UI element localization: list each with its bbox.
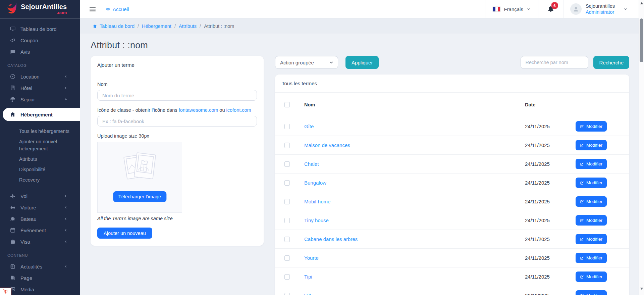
sidebar-item-label: Avis xyxy=(20,49,73,55)
apply-button[interactable]: Appliquer xyxy=(345,56,379,69)
sidebar-subitem-ajouter-un-nouvel-hebergement[interactable]: Ajouter un nouvel hébergement xyxy=(19,138,75,152)
sidebar-item-label: Actualités xyxy=(20,264,62,269)
notifications-button[interactable]: 6 xyxy=(538,0,563,18)
hamburger-menu-icon[interactable] xyxy=(89,5,96,13)
search-input[interactable] xyxy=(521,56,588,69)
row-checkbox[interactable] xyxy=(284,180,290,186)
sidebar-item-hotel[interactable]: Hôtel xyxy=(0,82,80,94)
breadcrumb-attributs[interactable]: Attributs xyxy=(179,23,197,29)
term-name-link[interactable]: Gîte xyxy=(304,124,525,129)
sidebar-item-vol[interactable]: Vol xyxy=(0,190,80,202)
brand-bird-icon xyxy=(7,2,19,16)
term-date: 24/11/2025 xyxy=(525,217,576,223)
brand-logo[interactable]: SejourAntilles .com xyxy=(0,0,80,18)
sidebar-item-label: Séjour xyxy=(20,97,62,102)
language-selector[interactable]: Français xyxy=(485,0,538,18)
vertical-scrollbar[interactable] xyxy=(639,0,644,295)
row-checkbox[interactable] xyxy=(284,218,290,223)
car-icon xyxy=(9,204,16,210)
row-checkbox[interactable] xyxy=(284,237,290,242)
sidebar-subitem-tous-les-hebergements[interactable]: Tous les hébergements xyxy=(19,128,75,135)
sidebar-item-label: Tableau de bord xyxy=(20,26,73,32)
sidebar-item-coupon[interactable]: Coupon xyxy=(0,35,80,46)
sidebar-item-page[interactable]: Page xyxy=(0,272,80,284)
edit-term-button[interactable]: Modifier xyxy=(576,159,607,169)
search-button[interactable]: Recherche xyxy=(593,56,629,69)
brand-text: SejourAntilles .com xyxy=(21,3,67,15)
term-name-link[interactable]: Tipi xyxy=(304,274,525,280)
edit-term-button[interactable]: Modifier xyxy=(576,234,607,244)
image-upload-box[interactable]: Télécharger l’image xyxy=(97,142,182,213)
edit-term-button[interactable]: Modifier xyxy=(576,290,607,295)
sidebar-item-sejour[interactable]: Séjour xyxy=(0,94,80,105)
sidebar-item-avis[interactable]: Avis xyxy=(0,46,80,57)
bulk-action-select[interactable]: Action groupée xyxy=(275,56,338,69)
row-checkbox[interactable] xyxy=(284,293,290,295)
breadcrumb-hebergement[interactable]: Hébergement xyxy=(142,23,171,29)
sidebar-item-actualites[interactable]: Actualités xyxy=(0,261,80,272)
sidebar-item-bateau[interactable]: Bateau xyxy=(0,213,80,225)
add-new-button[interactable]: Ajouter un nouveau xyxy=(97,228,152,239)
term-name-link[interactable]: Tiny house xyxy=(304,217,525,223)
term-name-link[interactable]: Maison de vacances xyxy=(304,142,525,148)
edit-term-button[interactable]: Modifier xyxy=(576,121,607,132)
edit-term-button[interactable]: Modifier xyxy=(576,196,607,207)
sidebar-item-media[interactable]: Media xyxy=(0,284,80,295)
term-date: 24/11/2025 xyxy=(525,180,576,186)
sidebar-item-evenement[interactable]: Événement xyxy=(0,225,80,236)
scrollbar-thumb[interactable] xyxy=(640,18,643,62)
term-name-link[interactable]: Villa xyxy=(304,293,525,295)
sidebar-item-location[interactable]: Location xyxy=(0,71,80,82)
ship-icon xyxy=(9,216,16,222)
term-name-link[interactable]: Chalet xyxy=(304,161,525,167)
select-all-checkbox[interactable] xyxy=(284,102,290,107)
term-name-link[interactable]: Bungalow xyxy=(304,180,525,186)
breadcrumb: Tableau de bord / Hébergement / Attribut… xyxy=(93,23,234,29)
edit-button-label: Modifier xyxy=(586,255,602,260)
fontawesome-link[interactable]: fontawesome.com xyxy=(179,107,218,113)
edit-term-button[interactable]: Modifier xyxy=(576,178,607,188)
edit-icon xyxy=(580,200,584,204)
edit-icon xyxy=(580,256,584,260)
edit-term-button[interactable]: Modifier xyxy=(576,253,607,263)
scroll-up-arrow[interactable] xyxy=(639,2,644,5)
user-menu[interactable]: Sejourantilles Administrator xyxy=(564,0,635,18)
laravel-debugbar-toggle[interactable] xyxy=(0,288,11,295)
home-link[interactable]: Accueil xyxy=(106,6,129,12)
row-checkbox[interactable] xyxy=(284,274,290,280)
notification-badge: 6 xyxy=(551,2,558,9)
sidebar-item-label: Page xyxy=(20,275,73,281)
breadcrumb-label: Hébergement xyxy=(142,23,171,29)
scroll-down-arrow[interactable] xyxy=(639,287,644,290)
sidebar-subitem-disponibilite[interactable]: Disponibilité xyxy=(19,166,75,173)
sidebar-item-tableau-de-bord[interactable]: Tableau de bord xyxy=(0,23,80,35)
row-checkbox[interactable] xyxy=(284,124,290,129)
breadcrumb-separator: / xyxy=(200,23,201,29)
term-name-link[interactable]: Cabane dans les arbres xyxy=(304,236,525,242)
icon-class-input[interactable] xyxy=(97,116,257,127)
sidebar-item-visa[interactable]: Visa xyxy=(0,236,80,247)
row-checkbox[interactable] xyxy=(284,143,290,148)
icon-class-label: Icône de classe - obtenir l’icône dans f… xyxy=(97,107,257,113)
sidebar-item-hebergement[interactable]: Hébergement xyxy=(3,108,80,121)
eye-icon xyxy=(106,7,110,11)
sidebar-subitem-recovery[interactable]: Recovery xyxy=(19,177,75,184)
term-name-input[interactable] xyxy=(97,90,257,101)
upload-image-button[interactable]: Télécharger l’image xyxy=(113,191,166,202)
breadcrumb-dashboard[interactable]: Tableau de bord xyxy=(93,23,135,29)
sidebar-subitem-attributs[interactable]: Attributs xyxy=(19,156,75,163)
row-checkbox[interactable] xyxy=(284,199,290,204)
row-checkbox[interactable] xyxy=(284,161,290,167)
table-row: Tipi24/11/2025Modifier xyxy=(275,267,629,286)
icofont-link[interactable]: icofont.com xyxy=(226,107,251,113)
edit-term-button[interactable]: Modifier xyxy=(576,215,607,226)
icon-class-or: ou xyxy=(219,107,225,113)
row-checkbox[interactable] xyxy=(284,255,290,261)
term-name-link[interactable]: Yourte xyxy=(304,255,525,261)
main-area: Accueil Français 6 xyxy=(80,0,639,295)
term-name-link[interactable]: Mobil-home xyxy=(304,199,525,204)
chevron-down-icon xyxy=(329,60,334,65)
edit-term-button[interactable]: Modifier xyxy=(576,272,607,282)
sidebar-item-voiture[interactable]: Voiture xyxy=(0,202,80,213)
edit-term-button[interactable]: Modifier xyxy=(576,140,607,150)
